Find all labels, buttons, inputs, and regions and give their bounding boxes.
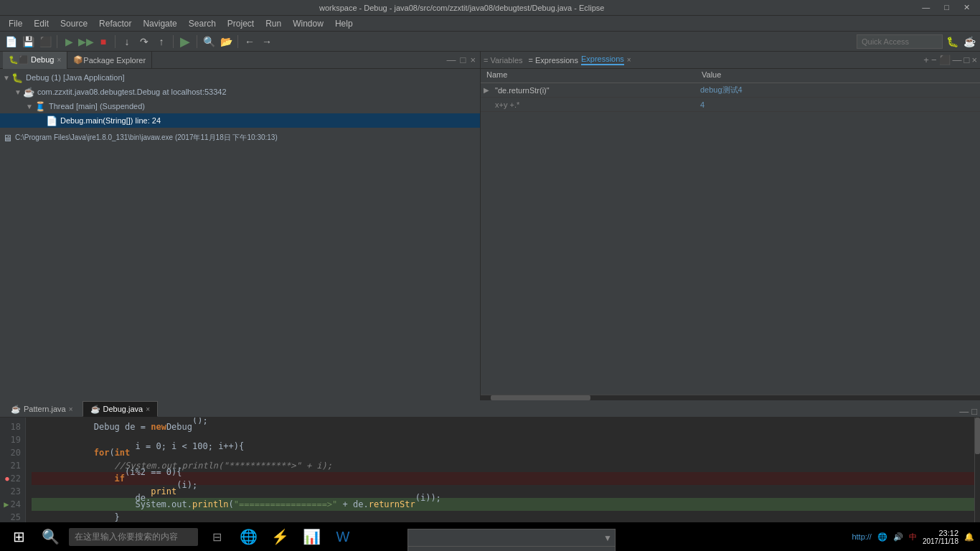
debug-app-icon: 🐛 [11,72,23,83]
start-button[interactable]: ⊞ [6,524,32,550]
editor-maximize-icon[interactable]: □ [971,406,977,417]
left-panel-tabs: 🐛 ⬛ Debug × 📦 Package Explorer — □ × [0,52,480,69]
expression-row-2[interactable]: x+y +.* 4 [481,98,980,112]
ime-indicator: 中 [909,532,917,542]
maximize-panel-icon[interactable]: □ [459,55,468,65]
line-num-21: 21 [0,459,21,472]
code-line-23: de.print(i); [32,485,974,498]
network-icon: 🌐 [877,532,887,542]
vars-column-headers: Name Value [481,69,980,83]
tree-item-connection[interactable]: ▼ ☕ com.zzxtit.java08.debugtest.Debug at… [0,85,480,99]
vars-scrollbar[interactable] [481,395,980,400]
maximize-button[interactable]: □ [940,3,953,12]
right-panel-header: = Variables = Expressions Expressions × … [481,52,980,69]
tree-item-thread[interactable]: ▼ 🧵 Thread [main] (Suspended) [0,99,480,113]
menu-run[interactable]: Run [260,17,287,30]
toolbar-run[interactable]: ▶ [177,34,193,50]
toolbar-sep3 [173,35,174,48]
expressions-tab[interactable]: Expressions [581,55,624,65]
menu-refactor[interactable]: Refactor [93,17,137,30]
expression-row-1[interactable]: ▶ "de.returnStr(i)" debug测试4 [481,83,980,98]
menu-search[interactable]: Search [183,17,222,30]
code-line-22: if(i%2 == 0){ [32,472,974,485]
toolbar-step-return[interactable]: ↑ [154,34,169,50]
menu-help[interactable]: Help [329,17,359,30]
toolbar-prev[interactable]: ← [242,34,258,50]
expressions-close[interactable]: × [627,56,631,64]
toolbar-save[interactable]: 💾 [20,34,36,50]
close-panel-icon[interactable]: × [468,55,477,65]
tree-item-vm[interactable]: 🖥 C:\Program Files\Java\jre1.8.0_131\bin… [0,131,480,145]
time: 23:12 [923,529,958,537]
close-button[interactable]: ✕ [959,3,974,12]
tab-debug-close[interactable]: × [57,56,61,64]
menu-source[interactable]: Source [55,17,93,30]
menu-navigate[interactable]: Navigate [137,17,182,30]
toolbar-stop[interactable]: ■ [95,34,111,50]
debug-tree: ▼ 🐛 Debug (1) [Java Application] ▼ ☕ com… [0,69,480,400]
remove-expression-icon[interactable]: − [931,55,937,65]
line-num-19: 19 [0,433,21,446]
toolbar-next[interactable]: → [259,34,275,50]
expression-name: ▶ "de.returnStr(i)" [482,86,697,95]
debug-java-close[interactable]: × [146,405,150,413]
maximize-right-icon[interactable]: □ [964,55,970,65]
add-expression-icon[interactable]: + [923,55,929,65]
word-icon[interactable]: W [330,524,356,550]
date: 2017/11/18 [923,537,958,545]
title-bar: workspace - Debug - java08/src/com/zzxti… [0,0,980,16]
line-num-22: ●22 [0,472,21,485]
hover-popup-chevron[interactable]: ▼ [603,533,612,543]
vm-icon: 🖥 [3,133,12,143]
tab-package-explorer[interactable]: 📦 Package Explorer [67,52,152,69]
chrome-icon[interactable]: 🌐 [235,524,261,550]
eclipse-icon[interactable]: ⚡ [267,524,293,550]
toolbar: 📄 💾 ⬛ ▶ ▶▶ ■ ↓ ↷ ↑ ▶ 🔍 📂 ← → 🐛 ☕ [0,32,980,52]
menu-project[interactable]: Project [222,17,260,30]
value-column-header: Value [699,70,977,81]
tree-arrow-2: ▼ [14,88,23,96]
close-right-icon[interactable]: × [971,55,977,65]
quick-access-input[interactable] [857,34,943,49]
toolbar-open-type[interactable]: 🔍 [201,34,217,50]
vars-label: = Variables [484,56,523,65]
editor-tab-actions: — □ [959,406,977,417]
toolbar-java-persp[interactable]: ☕ [961,34,977,50]
toolbar-new[interactable]: 📄 [3,34,19,50]
tab-debug[interactable]: 🐛 ⬛ Debug × [3,52,67,69]
tab-debug-java[interactable]: ☕ Debug.java × [83,401,159,417]
toolbar-sep4 [197,35,197,48]
menu-file[interactable]: File [3,17,28,30]
expression-value-2: 4 [697,100,979,109]
menu-edit[interactable]: Edit [28,17,55,30]
main-content: 🐛 ⬛ Debug × 📦 Package Explorer — □ × ▼ 🐛… [0,52,980,400]
debug-java-icon: ☕ [90,405,100,414]
tree-item-stack-frame[interactable]: 📄 Debug.main(String[]) line: 24 [0,113,480,128]
powerpoint-icon[interactable]: 📊 [298,524,324,550]
collapse-all-icon[interactable]: ⬛ [939,55,951,65]
search-button[interactable]: 🔍 [37,524,63,550]
toolbar-step-over[interactable]: ↷ [136,34,152,50]
menu-window[interactable]: Window [287,17,329,30]
line-num-18: 18 [0,420,21,433]
line-num-23: 23 [0,485,21,498]
minimize-right-icon[interactable]: — [953,55,962,65]
toolbar-perspectives[interactable]: 🐛 [944,34,960,50]
toolbar-resume[interactable]: ▶▶ [78,34,94,50]
code-scroll-thumb-v [975,418,980,453]
toolbar-save-all[interactable]: ⬛ [37,34,53,50]
minimize-panel-icon[interactable]: — [446,55,458,65]
toolbar-debug[interactable]: ▶ [61,34,77,50]
toolbar-open-resource[interactable]: 📂 [218,34,234,50]
pattern-java-close[interactable]: × [69,405,73,413]
tree-item-debug-app[interactable]: ▼ 🐛 Debug (1) [Java Application] [0,70,480,85]
task-view-icon[interactable]: ⊟ [204,524,230,550]
connection-icon: ☕ [23,87,34,98]
notifications-icon[interactable]: 🔔 [964,532,974,542]
minimize-button[interactable]: — [918,3,934,12]
search-bar[interactable]: 在这里输入你要搜索的内容 [69,528,198,546]
toolbar-step-into[interactable]: ↓ [119,34,135,50]
code-line-18: Debug de = new Debug(); [32,420,974,433]
editor-minimize-icon[interactable]: — [959,406,969,417]
tab-pattern-java[interactable]: ☕ Pattern.java × [3,401,81,417]
